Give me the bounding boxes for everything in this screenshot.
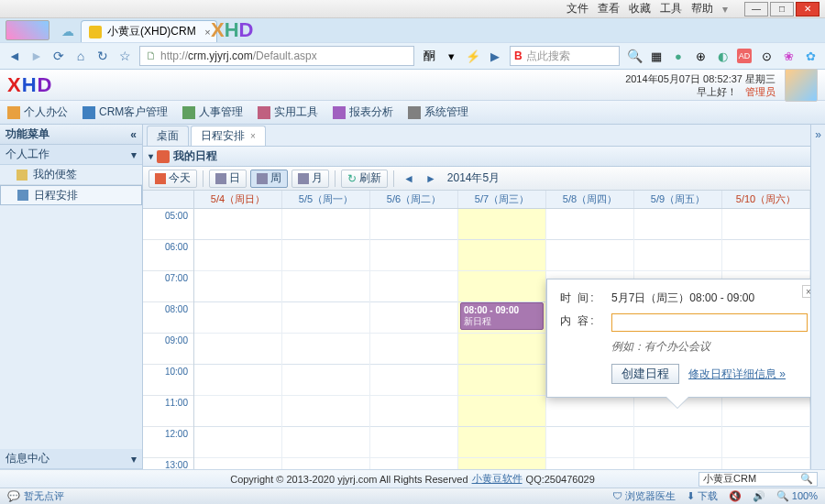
browser-menu-bar: 文件 查看 收藏 工具 帮助 ▾ — □ ✕ [0,0,825,18]
flash-icon[interactable]: ⚡ [466,49,480,63]
window-close-button[interactable]: ✕ [796,2,820,16]
cloud-icon[interactable]: ☁ [60,24,75,38]
status-zoom[interactable]: 🔍 100% [776,490,818,502]
ext-6-icon[interactable]: ⊙ [759,49,774,63]
sidebar-item-notes[interactable]: 我的便签 [0,165,142,185]
today-icon [155,173,166,184]
nav-reports[interactable]: 报表分析 [333,104,393,120]
edit-detail-link[interactable]: 修改日程详细信息 » [688,367,786,382]
dropdown-icon[interactable]: ▾ [444,49,458,63]
popup-content-input[interactable] [611,313,808,332]
refresh-button[interactable]: ↻刷新 [341,170,388,188]
nav-hr[interactable]: 人事管理 [182,104,243,120]
nav-personal[interactable]: 个人办公 [7,104,68,120]
sidebar-item-schedule[interactable]: 日程安排 [0,185,142,205]
browser-user-avatar[interactable] [6,20,50,40]
sidebar-group-info[interactable]: 信息中心 ▾ [0,449,142,469]
background-logo: XHD [211,18,253,42]
calendar-icon [17,190,28,201]
browser-tab[interactable]: 小黄豆(XHD)CRM × [81,20,217,42]
compat-icon[interactable]: 酮 [422,49,436,63]
menu-fav[interactable]: 收藏 [629,1,651,16]
ext-4-icon[interactable]: ◐ [715,49,730,63]
event-time: 08:00 - 09:00 [464,305,540,315]
status-mute-icon[interactable]: 🔇 [729,490,742,502]
status-download[interactable]: ⬇ 下载 [687,489,718,503]
reports-icon [333,106,346,119]
header-role[interactable]: 管理员 [745,86,776,97]
window-maximize-button[interactable]: □ [770,2,794,16]
create-event-button[interactable]: 创建日程 [611,364,679,384]
calendar-event[interactable]: 08:00 - 09:00新日程 [460,302,544,330]
collapse-icon[interactable]: ▾ [148,151,153,161]
comment-icon: 💬 [7,490,20,502]
menu-help[interactable]: 帮助 [691,1,713,16]
hr-icon [182,106,195,119]
menu-file[interactable]: 文件 [566,1,588,16]
user-avatar[interactable] [785,69,818,102]
day-column[interactable]: 08:00 - 09:00新日程 [458,209,546,469]
nav-reload-icon[interactable]: ⟳ [51,49,66,63]
window-minimize-button[interactable]: — [744,2,768,16]
home-icon [7,106,20,119]
page-tabs: 桌面 日程安排× [143,125,810,147]
week-view-button[interactable]: 周 [250,170,288,188]
sidebar-collapse-icon[interactable]: « [130,128,137,141]
ext-1-icon[interactable]: ▦ [649,49,664,63]
popup-hint: 例如：有个办公会议 [611,339,808,355]
search-placeholder: 点此搜索 [526,49,570,64]
nav-forward-icon[interactable]: ► [29,49,44,63]
sidebar-group-personal[interactable]: 个人工作 ▾ [0,145,142,165]
today-button[interactable]: 今天 [148,170,197,188]
menu-view[interactable]: 查看 [598,1,620,16]
url-protocol: http:// [160,49,188,62]
lock-icon: 🗋 [146,49,157,62]
nav-restore-icon[interactable]: ↻ [95,49,110,63]
day-column[interactable] [282,209,370,469]
ext-8-icon[interactable]: ✿ [803,49,818,63]
tab-close-icon[interactable]: × [204,27,210,38]
footer-link[interactable]: 小黄豆软件 [472,472,522,486]
system-icon [408,106,421,119]
copyright-text: Copyright © 2013-2020 yjyrj.com All Righ… [230,474,468,485]
footer-search-input[interactable]: 小黄豆CRM 🔍 [698,472,818,487]
nav-back-icon[interactable]: ◄ [7,49,22,63]
browser-search-input[interactable]: B 点此搜索 [510,46,620,66]
ext-7-icon[interactable]: ❀ [781,49,796,63]
day-view-button[interactable]: 日 [209,170,247,188]
day-header: 5/4（周日） [194,191,282,208]
day-header: 5/9（周五） [634,191,722,208]
ext-5-icon[interactable]: AD [737,49,752,63]
menu-tools[interactable]: 工具 [660,1,682,16]
tab-schedule[interactable]: 日程安排× [191,126,266,146]
ext-2-icon[interactable]: ● [671,49,686,63]
nav-home-icon[interactable]: ⌂ [73,49,88,63]
nav-tools[interactable]: 实用工具 [258,104,318,120]
chevron-down-icon: ▾ [131,148,137,161]
menu-dropdown-icon[interactable]: ▾ [722,3,728,16]
right-panel-toggle[interactable]: » [810,125,825,469]
download-icon: ⬇ [687,490,695,501]
month-view-button[interactable]: 月 [292,170,329,188]
popup-close-button[interactable]: × [802,285,810,298]
play-icon[interactable]: ▶ [488,49,502,63]
tab-desktop[interactable]: 桌面 [147,126,189,146]
calendar-icon [157,150,170,163]
search-go-icon[interactable]: 🔍 [627,49,642,63]
nav-system[interactable]: 系统管理 [408,104,468,120]
nav-crm[interactable]: CRM客户管理 [82,104,168,120]
crm-icon [82,106,95,119]
nav-star-icon[interactable]: ☆ [117,49,132,63]
status-left[interactable]: 暂无点评 [24,489,64,503]
prev-period-icon[interactable]: ◄ [400,172,418,185]
next-period-icon[interactable]: ► [422,172,440,185]
status-doctor[interactable]: 🛡 浏览器医生 [612,489,676,503]
status-sound-icon[interactable]: 🔊 [753,490,765,502]
day-column[interactable] [194,209,282,469]
tab-close-icon[interactable]: × [250,131,256,141]
tab-title: 小黄豆(XHD)CRM [107,24,196,39]
url-input[interactable]: 🗋 http://crm.yjyrj.com/Default.aspx [139,46,414,66]
browser-toolbar: ◄ ► ⟳ ⌂ ↻ ☆ 🗋 http://crm.yjyrj.com/Defau… [0,42,825,70]
ext-3-icon[interactable]: ⊕ [693,49,708,63]
day-column[interactable] [370,209,458,469]
